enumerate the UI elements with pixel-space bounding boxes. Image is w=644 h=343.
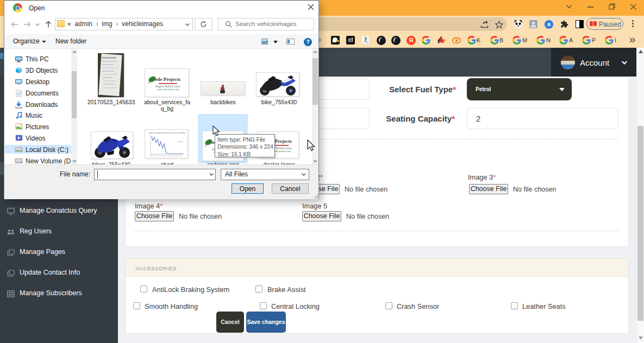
- svg-text:Eagerly Refined Caree: Eagerly Refined Caree: [155, 85, 180, 87]
- svg-text:Sales Complaints Exam Chart of: Sales Complaints Exam Chart of May: [149, 131, 185, 134]
- svg-text:ode Projects: ode Projects: [155, 77, 181, 82]
- svg-text:www.code-projects.org: www.code-projects.org: [157, 88, 179, 91]
